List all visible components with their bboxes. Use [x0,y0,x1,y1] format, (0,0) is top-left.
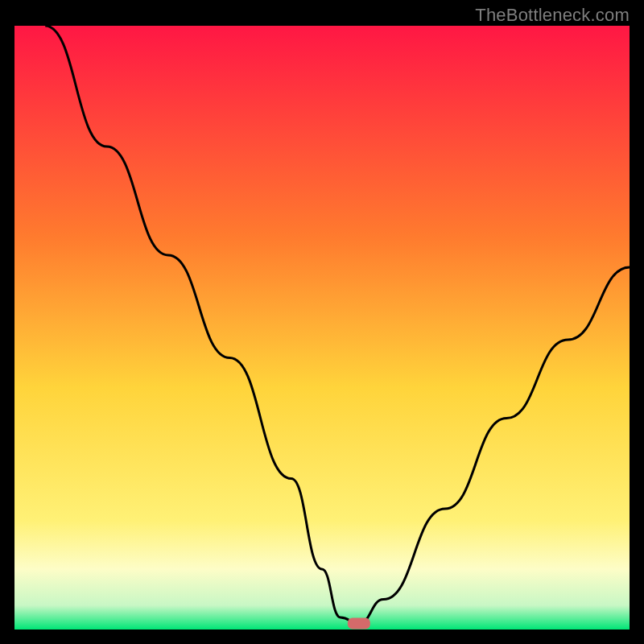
watermark-text: TheBottleneck.com [475,5,630,26]
chart-svg [14,26,630,630]
chart-background [14,26,630,630]
app-frame: TheBottleneck.com [0,0,644,644]
optimal-marker [348,618,370,630]
bottleneck-chart [14,26,630,630]
